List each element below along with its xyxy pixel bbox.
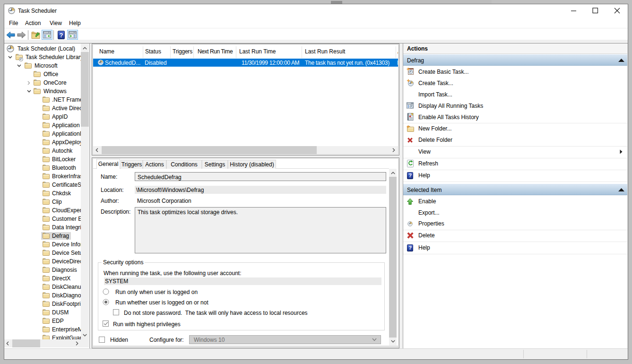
svg-text:?: ? [408, 173, 412, 178]
svg-text:?: ? [60, 32, 63, 39]
svg-text:?: ? [408, 245, 412, 251]
